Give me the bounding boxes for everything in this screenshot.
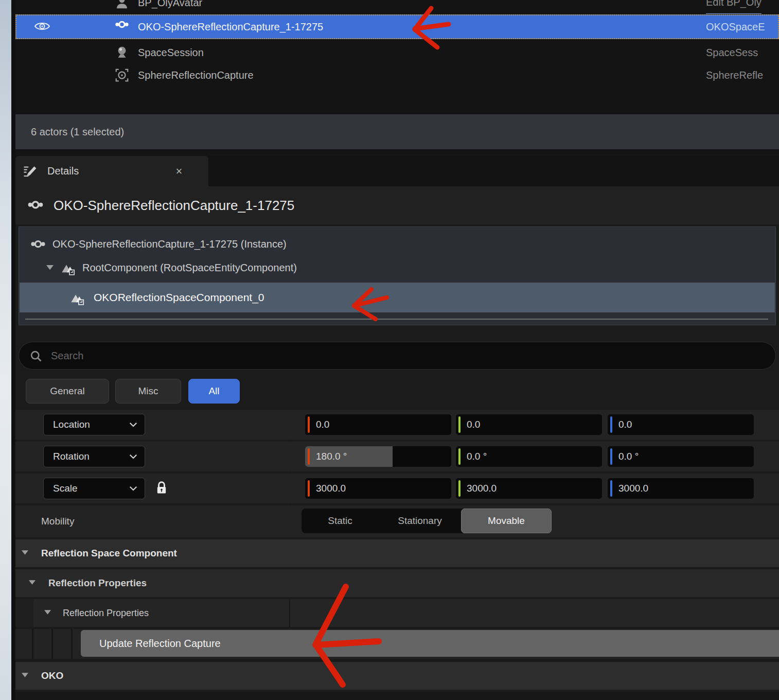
rotation-dropdown[interactable]: Rotation <box>43 446 145 467</box>
expand-triangle-icon <box>44 610 51 615</box>
actor-label[interactable]: SpaceSession <box>138 41 204 64</box>
actor-type-label[interactable]: SphereRefle <box>706 64 763 86</box>
mobility-segmented-control: Static Stationary Movable <box>302 509 552 533</box>
z-axis-accent <box>610 416 612 433</box>
scale-label: Scale <box>53 478 78 499</box>
close-icon[interactable]: × <box>169 156 189 186</box>
scale-dropdown[interactable]: Scale <box>43 478 145 499</box>
scale-x-field[interactable]: 3000.0 <box>305 478 451 499</box>
indent-rail <box>71 629 73 659</box>
filter-all-button[interactable]: All <box>188 379 240 404</box>
chevron-down-icon <box>129 486 137 492</box>
tree-divider <box>25 319 768 320</box>
chain-link-icon <box>114 19 130 34</box>
tree-item-label[interactable]: OKOReflectionSpaceComponent_0 <box>94 283 264 312</box>
details-pencil-icon <box>23 163 38 179</box>
mobility-label: Mobility <box>41 505 74 537</box>
z-axis-accent <box>610 448 612 465</box>
location-z-field[interactable]: 0.0 <box>608 414 754 435</box>
outliner-row-oko-spherereflectioncapture[interactable]: OKO-SphereReflectionCapture_1-17275 OKOS… <box>15 14 779 39</box>
chevron-down-icon <box>129 454 137 460</box>
details-tab-strip: Details × <box>15 156 779 186</box>
indent-rail <box>51 629 53 659</box>
update-reflection-capture-row: Update Reflection Capture <box>15 629 779 659</box>
rotation-z-field[interactable]: 0.0 ° <box>608 446 754 467</box>
search-input[interactable] <box>51 342 761 369</box>
expander-chevron-icon[interactable] <box>46 265 54 270</box>
y-axis-accent <box>458 448 461 465</box>
location-y-field[interactable]: 0.0 <box>456 414 602 435</box>
outliner-status-bar: 6 actors (1 selected) <box>15 114 779 149</box>
lock-icon[interactable] <box>155 481 168 496</box>
section-oko[interactable]: OKO <box>15 662 779 690</box>
visibility-eye-icon[interactable] <box>34 21 50 33</box>
actor-edit-blueprint-link[interactable]: Edit BP_Oly <box>706 0 762 14</box>
x-axis-accent <box>308 448 310 465</box>
camera-actor-icon <box>114 45 130 60</box>
outliner-row-bp-olyavatar[interactable]: BP_OlyAvatar Edit BP_Oly <box>15 0 779 14</box>
location-x-field[interactable]: 0.0 <box>305 414 451 435</box>
x-axis-accent <box>308 480 310 497</box>
tree-item-okoreflectionspacecomponent[interactable]: OKOReflectionSpaceComponent_0 <box>20 283 775 312</box>
scene-component-icon <box>70 291 84 304</box>
actor-label[interactable]: SphereReflectionCapture <box>138 64 254 86</box>
rotation-y-field[interactable]: 0.0 ° <box>456 446 602 467</box>
rotation-row: Rotation 180.0 ° 0.0 ° 0.0 ° <box>15 442 779 471</box>
section-reflection-space-component[interactable]: Reflection Space Component <box>15 539 779 567</box>
outliner-row-spacesession[interactable]: SpaceSession SpaceSess <box>15 41 779 64</box>
actor-type-label[interactable]: OKOSpaceE <box>706 14 765 39</box>
mobility-static-button[interactable]: Static <box>302 509 379 533</box>
outliner-row-spherereflectioncapture[interactable]: SphereReflectionCapture SphereRefle <box>15 64 779 86</box>
location-row: Location 0.0 0.0 0.0 <box>15 410 779 440</box>
expand-triangle-icon <box>22 550 28 555</box>
tab-details[interactable]: Details × <box>15 156 208 186</box>
mobility-movable-button[interactable]: Movable <box>461 509 552 533</box>
y-axis-accent <box>458 480 461 497</box>
scale-y-field[interactable]: 3000.0 <box>456 478 602 499</box>
component-tree: OKO-SphereReflectionCapture_1-17275 (Ins… <box>19 226 776 325</box>
tree-item-label[interactable]: RootComponent (RootSpaceEntityComponent) <box>82 256 297 279</box>
selected-actor-title: OKO-SphereReflectionCapture_1-17275 <box>54 186 294 224</box>
expand-triangle-icon <box>22 673 28 677</box>
location-label: Location <box>53 414 90 435</box>
z-axis-accent <box>610 480 612 497</box>
tree-item-label[interactable]: OKO-SphereReflectionCapture_1-17275 (Ins… <box>52 232 287 256</box>
expand-triangle-icon <box>29 580 36 585</box>
update-reflection-capture-button[interactable]: Update Reflection Capture <box>81 630 779 657</box>
property-column-divider <box>289 599 290 627</box>
scene-component-icon <box>61 261 75 274</box>
viewport-background-strip <box>0 0 11 700</box>
indent-rail <box>32 629 33 659</box>
actor-label[interactable]: BP_OlyAvatar <box>138 0 202 14</box>
mobility-stationary-button[interactable]: Stationary <box>379 509 461 533</box>
scale-row: Scale 3000.0 3000.0 3000.0 <box>15 474 779 503</box>
section-reflection-properties-inner[interactable]: Reflection Properties <box>15 599 779 627</box>
sphere-capture-actor-icon <box>114 67 130 83</box>
mobility-row: Mobility Static Stationary Movable <box>15 505 779 537</box>
filter-general-button[interactable]: General <box>26 379 109 404</box>
filter-misc-button[interactable]: Misc <box>115 379 181 404</box>
actor-count-text: 6 actors (1 selected) <box>31 114 124 149</box>
actor-type-label[interactable]: SpaceSess <box>706 41 758 64</box>
y-axis-accent <box>458 416 461 433</box>
unreal-editor-panels: BP_OlyAvatar Edit BP_Oly OKO-SphereRefle… <box>0 0 779 700</box>
x-axis-accent <box>308 416 310 433</box>
details-search-bar <box>19 342 776 370</box>
search-icon <box>29 349 43 363</box>
chevron-down-icon <box>129 422 137 428</box>
details-tab-label: Details <box>47 156 79 186</box>
details-panel: OKO-SphereReflectionCapture_1-17275 OKO-… <box>15 186 779 700</box>
panel-bottom-strip <box>15 692 779 700</box>
tree-item-rootcomponent[interactable]: RootComponent (RootSpaceEntityComponent) <box>20 256 775 279</box>
avatar-actor-icon <box>114 0 130 10</box>
chain-link-icon <box>30 238 46 250</box>
rotation-label: Rotation <box>53 446 90 467</box>
details-header: OKO-SphereReflectionCapture_1-17275 <box>15 186 779 224</box>
rotation-x-field[interactable]: 180.0 ° <box>305 446 451 467</box>
chain-link-icon <box>27 199 44 211</box>
location-dropdown[interactable]: Location <box>43 414 145 435</box>
tree-item-instance[interactable]: OKO-SphereReflectionCapture_1-17275 (Ins… <box>20 232 775 256</box>
section-reflection-properties[interactable]: Reflection Properties <box>15 569 779 597</box>
scale-z-field[interactable]: 3000.0 <box>608 478 754 499</box>
actor-label[interactable]: OKO-SphereReflectionCapture_1-17275 <box>138 14 323 39</box>
